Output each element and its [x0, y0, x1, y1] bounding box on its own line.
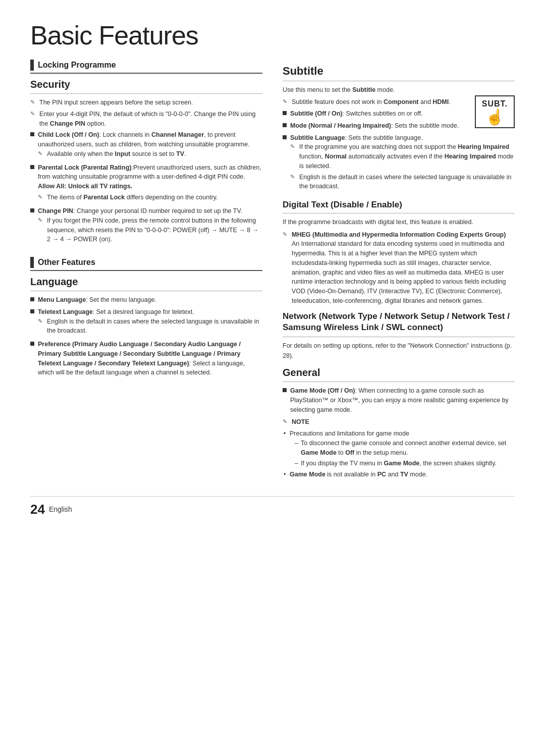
teletext-language-content: Teletext Language: Set a desired languag…: [38, 307, 262, 337]
language-title: Language: [30, 276, 262, 288]
bullet-square: [283, 111, 287, 115]
bullet-square: [30, 165, 34, 169]
preference-bullet: Preference (Primary Audio Language / Sec…: [30, 340, 262, 377]
bullet-square: [30, 132, 34, 136]
bullet-square: [30, 309, 34, 313]
parental-lock-content: Parental Lock (Parental Rating):Prevent …: [38, 163, 262, 204]
note-label-item: NOTE: [283, 417, 515, 427]
locking-programme-title: Locking Programme: [38, 61, 116, 70]
child-lock-note: Available only when the Input source is …: [38, 149, 262, 159]
teletext-language-bullet: Teletext Language: Set a desired languag…: [30, 307, 262, 337]
subtitle-title: Subtitle: [283, 65, 515, 78]
header-bar: [30, 60, 34, 71]
change-pin-content: Change PIN: Change your personal ID numb…: [38, 206, 262, 246]
game-shakes-dash: If you display the TV menu in Game Mode,…: [290, 459, 515, 468]
page-number: 24: [30, 502, 45, 517]
change-pin-note: If you forget the PIN code, press the re…: [38, 216, 262, 244]
subtitle-mode-bullet: Mode (Normal / Hearing Impaired): Sets t…: [283, 121, 469, 131]
subtitle-intro: Use this menu to set the Subtitle mode.: [283, 85, 515, 95]
main-content: Locking Programme Security The PIN input…: [30, 60, 515, 481]
subtitle-english-note: English is the default in cases where th…: [290, 173, 515, 192]
bullet-square: [283, 123, 287, 127]
digital-text-divider: [283, 213, 515, 213]
general-title: General: [283, 367, 515, 379]
security-title: Security: [30, 79, 262, 90]
page-title: Basic Features: [30, 20, 515, 50]
mheg-note: MHEG (Multimedia and Hypermedia Informat…: [283, 230, 515, 306]
subtitle-language-content: Subtitle Language: Sets the subtitle lan…: [290, 133, 515, 193]
digital-text-intro: If the programme broadcasts with digital…: [283, 218, 515, 227]
teletext-note: English is the default in cases where th…: [38, 317, 262, 336]
language-divider: [30, 291, 262, 291]
left-column: Locking Programme Security The PIN input…: [30, 60, 262, 481]
general-note-section: NOTE Precautions and limitations for gam…: [283, 417, 515, 479]
page-language: English: [49, 505, 72, 513]
network-divider: [283, 337, 515, 337]
change-pin-bullet: Change PIN: Change your personal ID numb…: [30, 206, 262, 246]
security-note-2: Enter your 4-digit PIN, the default of w…: [30, 110, 262, 129]
network-intro: For details on setting up options, refer…: [283, 341, 515, 361]
subtitle-mode-content: Mode (Normal / Hearing Impaired): Sets t…: [290, 121, 469, 131]
other-features-header: Other Features: [30, 257, 262, 271]
bullet-square: [30, 297, 34, 301]
subtitle-onoff-content: Subtitle (Off / On): Switches subtitles …: [290, 109, 469, 119]
security-note-1: The PIN input screen appears before the …: [30, 98, 262, 107]
note-label: NOTE: [292, 418, 309, 425]
child-lock-bullet: Child Lock (Off / On): Lock channels in …: [30, 130, 262, 160]
game-mode-content: Game Mode (Off / On): When connecting to…: [290, 386, 515, 414]
bullet-square: [283, 388, 287, 392]
digital-text-title: Digital Text (Disable / Enable): [283, 200, 515, 210]
bullet-square: [30, 342, 34, 346]
subtitle-hearing-note: If the programme you are watching does n…: [290, 142, 515, 171]
game-disconnect-dash: To disconnect the game console and conne…: [290, 439, 515, 458]
other-features-title: Other Features: [38, 258, 95, 267]
header-bar: [30, 257, 34, 268]
subtitle-language-bullet: Subtitle Language: Sets the subtitle lan…: [283, 133, 515, 193]
game-mode-bullet: Game Mode (Off / On): When connecting to…: [283, 386, 515, 414]
child-lock-content: Child Lock (Off / On): Lock channels in …: [38, 130, 262, 160]
allow-all: Allow All: Unlock all TV ratings.: [38, 182, 262, 191]
game-not-available-dot: Game Mode is not available in PC and TV …: [283, 470, 515, 479]
subtitle-divider: [283, 81, 515, 81]
parental-lock-bullet: Parental Lock (Parental Rating):Prevent …: [30, 163, 262, 204]
preference-content: Preference (Primary Audio Language / Sec…: [38, 340, 262, 377]
locking-programme-header: Locking Programme: [30, 60, 262, 74]
game-precautions-dot: Precautions and limitations for game mod…: [283, 429, 515, 468]
bullet-square: [283, 135, 287, 139]
general-divider: [283, 382, 515, 382]
page-footer: 24 English: [30, 496, 515, 517]
subt-hand-icon: ☝: [482, 109, 508, 125]
security-divider: [30, 93, 262, 94]
right-column: Subtitle Use this menu to set the Subtit…: [283, 60, 515, 481]
subtitle-onoff-bullet: Subtitle (Off / On): Switches subtitles …: [283, 109, 469, 119]
menu-language-bullet: Menu Language: Set the menu language.: [30, 295, 262, 305]
network-title: Network (Network Type / Network Setup / …: [283, 311, 515, 334]
bullet-square: [30, 208, 34, 212]
menu-language-content: Menu Language: Set the menu language.: [38, 295, 262, 305]
parental-lock-note: The items of Parental Lock differs depen…: [38, 193, 262, 202]
subtitle-component-note: Subtitle feature does not work in Compon…: [283, 97, 515, 107]
